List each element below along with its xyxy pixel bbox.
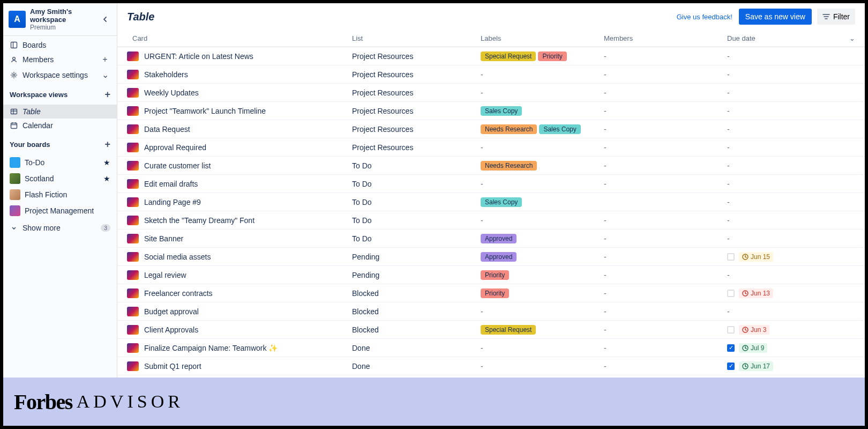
workspace-views-heading: Workspace views + [3,85,117,102]
label-chip[interactable]: Approved [481,234,517,243]
list-name[interactable]: Pending [352,271,481,279]
filter-button[interactable]: Filter [817,9,855,25]
table-row[interactable]: URGENT: Article on Latest News Project R… [117,47,865,65]
table-row[interactable]: Landing Page #9 To Do Sales Copy - [117,193,865,211]
due-date-chip[interactable]: Jun 3 [739,325,769,335]
label-chip[interactable]: Sales Copy [481,197,522,207]
label-chip[interactable]: Special Request [481,51,536,61]
list-name[interactable]: Done [352,344,481,352]
card-title: Legal review [144,271,186,279]
list-name[interactable]: To Do [352,198,481,206]
members-cell: - [604,326,727,334]
members-cell: - [604,52,727,61]
due-cell: - [727,180,855,188]
due-date-chip[interactable]: Jun 17 [739,361,773,371]
sidebar-board-item[interactable]: Flash Fiction [3,187,117,203]
label-chip[interactable]: Needs Research [481,124,537,134]
list-name[interactable]: Blocked [352,289,481,298]
table-row[interactable]: Site Banner To Do Approved - - [117,230,865,248]
col-header-members[interactable]: Members [604,34,727,42]
table-row[interactable]: Social media assets Pending Approved - J… [117,248,865,266]
due-cell: - [727,143,855,152]
your-boards-heading: Your boards + [3,135,117,152]
list-name[interactable]: Blocked [352,326,481,334]
save-as-new-view-button[interactable]: Save as new view [739,9,812,25]
list-name[interactable]: To Do [352,234,481,243]
chevron-down-icon[interactable]: ⌄ [100,70,110,80]
col-header-list[interactable]: List [352,34,481,42]
list-name[interactable]: To Do [352,180,481,188]
table-row[interactable]: Finalize Campaign Name: Teamwork ✨ Done … [117,339,865,357]
due-checkbox[interactable] [727,344,735,352]
sidebar-nav-members[interactable]: Members+ [3,52,117,67]
table-row[interactable]: Project "Teamwork" Launch Timeline Proje… [117,102,865,120]
table-row[interactable]: Legal review Pending Priority - - [117,266,865,284]
list-name[interactable]: Blocked [352,307,481,316]
table-row[interactable]: Submit Q1 report Done - - Jun 17 [117,357,865,375]
members-cell: - [604,234,727,243]
table-row[interactable]: Approval Required Project Resources - - … [117,138,865,157]
feedback-link[interactable]: Give us feedback! [677,13,732,21]
members-cell: - [604,344,727,352]
list-name[interactable]: Pending [352,253,481,261]
list-name[interactable]: Project Resources [352,107,481,115]
table-row[interactable]: Stakeholders Project Resources - - - [117,65,865,84]
due-checkbox[interactable] [727,363,735,370]
workspace-header[interactable]: A Amy Smith's workspace Premium [3,3,117,36]
due-date-chip[interactable]: Jun 13 [739,289,773,298]
col-header-due[interactable]: Due date ⌄ [727,34,855,42]
sidebar-collapse-button[interactable] [99,13,111,26]
star-icon[interactable]: ★ [103,158,110,167]
table-row[interactable]: Freelancer contracts Blocked Priority - … [117,284,865,302]
label-chip[interactable]: Sales Copy [481,106,522,116]
sidebar-nav-workspace-settings[interactable]: Workspace settings⌄ [3,67,117,83]
add-view-button[interactable]: + [104,89,110,100]
sidebar-board-item[interactable]: Scotland★ [3,171,117,187]
due-date-chip[interactable]: Jun 15 [739,252,773,262]
star-icon[interactable]: ★ [103,174,110,183]
due-cell: - [727,307,855,316]
table-row[interactable]: Edit email drafts To Do - - - [117,175,865,193]
table-row[interactable]: Sketch the "Teamy Dreamy" Font To Do - -… [117,211,865,230]
label-chip[interactable]: Priority [481,289,509,298]
sidebar-board-item[interactable]: Project Management [3,203,117,219]
list-name[interactable]: Done [352,362,481,371]
table-row[interactable]: Budget approval Blocked - - - [117,302,865,321]
members-cell: - [604,307,727,316]
list-name[interactable]: To Do [352,161,481,170]
add-board-button[interactable]: + [104,139,110,150]
label-chip[interactable]: Approved [481,252,517,262]
table-row[interactable]: Client Approvals Blocked Special Request… [117,321,865,339]
plus-icon[interactable]: + [100,55,110,64]
label-chip[interactable]: Needs Research [481,161,537,171]
card-title: Approval Required [144,143,206,152]
sidebar-view-calendar[interactable]: Calendar [3,119,117,132]
list-name[interactable]: Project Resources [352,143,481,152]
label-chip[interactable]: Special Request [481,325,536,335]
board-color-swatch [10,157,20,168]
card-title: Curate customer list [144,161,211,170]
due-checkbox[interactable] [727,290,735,297]
list-name[interactable]: To Do [352,216,481,225]
sidebar-view-table[interactable]: Table [3,105,117,119]
label-chip[interactable]: Priority [538,51,566,61]
due-date-chip[interactable]: Jul 9 [739,343,767,353]
list-name[interactable]: Project Resources [352,125,481,134]
list-name[interactable]: Project Resources [352,88,481,97]
sidebar-board-item[interactable]: To-Do★ [3,154,117,171]
card-board-swatch [127,70,139,79]
list-name[interactable]: Project Resources [352,70,481,79]
label-chip[interactable]: Priority [481,270,509,280]
due-checkbox[interactable] [727,326,735,334]
col-header-card[interactable]: Card [127,34,352,42]
label-chip[interactable]: Sales Copy [539,124,580,134]
table-row[interactable]: Data Request Project Resources Needs Res… [117,120,865,138]
table-row[interactable]: Weekly Updates Project Resources - - - [117,84,865,102]
table-row[interactable]: Curate customer list To Do Needs Researc… [117,157,865,175]
col-header-labels[interactable]: Labels [481,34,604,42]
sidebar-nav-boards[interactable]: Boards [3,38,117,52]
due-checkbox[interactable] [727,253,735,261]
list-name[interactable]: Project Resources [352,52,481,61]
show-more-boards[interactable]: Show more 3 [3,221,117,235]
member-icon [10,55,18,64]
